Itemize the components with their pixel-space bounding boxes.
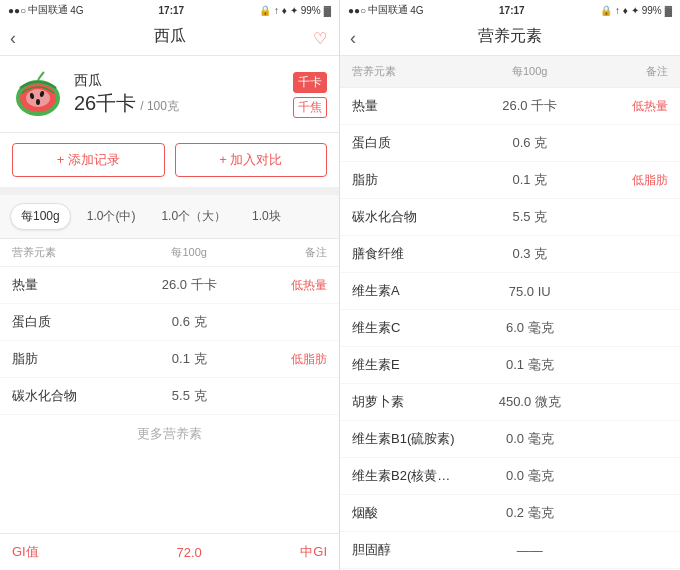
table-row: 热量 26.0 千卡 低热量: [0, 267, 339, 304]
serving-tab-1[interactable]: 1.0个(中): [77, 204, 146, 229]
nutrient-badge: 低热量: [589, 98, 668, 115]
serving-tab-0[interactable]: 每100g: [10, 203, 71, 230]
food-info: 西瓜 26千卡 / 100克: [74, 72, 283, 117]
nutrient-value: 0.1 克: [130, 350, 248, 368]
nutrient-name: 胆固醇: [352, 541, 471, 559]
battery-right: 99%: [642, 5, 662, 16]
carrier-left: 中国联通: [28, 3, 68, 17]
nutrient-value: 5.5 克: [130, 387, 248, 405]
unit-kcal[interactable]: 千卡: [293, 72, 327, 93]
nutrient-name: 脂肪: [352, 171, 471, 189]
add-record-button[interactable]: + 添加记录: [12, 143, 165, 177]
left-panel: ●●○ 中国联通 4G 17:17 🔒 ↑ ♦ ✦ 99% ▓ ‹ 西瓜 ♡: [0, 0, 340, 570]
dots-left: ●●○: [8, 5, 26, 16]
table-row: 维生素B1(硫胺素) 0.0 毫克: [340, 421, 680, 458]
nutrient-value: 450.0 微克: [471, 393, 590, 411]
nutrient-value: 26.0 千卡: [471, 97, 590, 115]
gi-label: GI值: [12, 543, 130, 561]
table-row: 胡萝卜素 450.0 微克: [340, 384, 680, 421]
table-header-left: 营养元素 每100g 备注: [0, 239, 339, 267]
table-row: 热量 26.0 千卡 低热量: [340, 88, 680, 125]
header-col3-right: 备注: [589, 64, 668, 79]
header-right: ‹ 营养元素: [340, 20, 680, 56]
table-row: 维生素C 6.0 毫克: [340, 310, 680, 347]
table-row: 膳食纤维 0.3 克: [340, 236, 680, 273]
page-title-right: 营养元素: [478, 27, 542, 44]
table-row: 烟酸 0.2 毫克: [340, 495, 680, 532]
nutrient-value: 0.6 克: [130, 313, 248, 331]
nutrient-name: 热量: [352, 97, 471, 115]
table-row: 碳水化合物 5.5 克: [0, 378, 339, 415]
header-col1-left: 营养元素: [12, 245, 130, 260]
table-row: 蛋白质 0.6 克: [340, 125, 680, 162]
nutrient-name: 碳水化合物: [12, 387, 130, 405]
favorite-button[interactable]: ♡: [313, 28, 327, 47]
nutrient-value: 75.0 IU: [471, 284, 590, 299]
food-card: 西瓜 26千卡 / 100克 千卡 千焦: [0, 56, 339, 133]
battery-area-right: 🔒 ↑ ♦ ✦ 99% ▓: [600, 5, 672, 16]
table-row: 维生素B2(核黄… 0.0 毫克: [340, 458, 680, 495]
network-right: 4G: [410, 5, 423, 16]
unit-kj[interactable]: 千焦: [293, 97, 327, 118]
nutrient-value: 6.0 毫克: [471, 319, 590, 337]
nutrient-value: 0.2 毫克: [471, 504, 590, 522]
nutrient-badge: 低脂肪: [248, 351, 327, 368]
nutrient-value: 0.1 毫克: [471, 356, 590, 374]
nutrient-value: 0.0 毫克: [471, 430, 590, 448]
battery-left: 99%: [301, 5, 321, 16]
nutrient-name: 热量: [12, 276, 130, 294]
battery-icon-left: ▓: [324, 5, 331, 16]
icons-right: 🔒 ↑ ♦ ✦: [600, 5, 638, 16]
table-row: 脂肪 0.1 克 低脂肪: [340, 162, 680, 199]
table-row: 维生素A 75.0 IU: [340, 273, 680, 310]
gi-row: GI值 72.0 中GI: [0, 533, 339, 570]
nutrient-name: 维生素B1(硫胺素): [352, 430, 471, 448]
nutrient-badge: 低脂肪: [589, 172, 668, 189]
nutrient-value: 0.0 毫克: [471, 467, 590, 485]
status-bar-right: ●●○ 中国联通 4G 17:17 🔒 ↑ ♦ ✦ 99% ▓: [340, 0, 680, 20]
nutrient-value: 0.6 克: [471, 134, 590, 152]
header-col2-left: 每100g: [130, 245, 248, 260]
status-bar-left: ●●○ 中国联通 4G 17:17 🔒 ↑ ♦ ✦ 99% ▓: [0, 0, 339, 20]
table-row: 维生素E 0.1 毫克: [340, 347, 680, 384]
header-left: ‹ 西瓜 ♡: [0, 20, 339, 56]
nutrient-badge: 低热量: [248, 277, 327, 294]
carrier-right: 中国联通: [368, 3, 408, 17]
nutrient-name: 胡萝卜素: [352, 393, 471, 411]
food-name: 西瓜: [74, 72, 283, 90]
table-row: 胆固醇 ——: [340, 532, 680, 569]
nutrient-name: 维生素A: [352, 282, 471, 300]
nutrient-name: 维生素B2(核黄…: [352, 467, 471, 485]
back-button-right[interactable]: ‹: [350, 27, 356, 48]
right-panel: ●●○ 中国联通 4G 17:17 🔒 ↑ ♦ ✦ 99% ▓ ‹ 营养元素 营…: [340, 0, 680, 570]
serving-tab-3[interactable]: 1.0块: [242, 204, 291, 229]
back-button-left[interactable]: ‹: [10, 27, 16, 48]
food-calories: 26千卡: [74, 90, 136, 117]
svg-point-5: [36, 99, 40, 105]
nutrient-name: 碳水化合物: [352, 208, 471, 226]
signal-left: ●●○ 中国联通 4G: [8, 3, 83, 17]
nutrient-name: 维生素E: [352, 356, 471, 374]
nutrient-value: 0.3 克: [471, 245, 590, 263]
time-right: 17:17: [499, 5, 525, 16]
nutrient-value: 0.1 克: [471, 171, 590, 189]
nutrient-name: 烟酸: [352, 504, 471, 522]
nutrient-name: 蛋白质: [12, 313, 130, 331]
nutrient-name: 维生素C: [352, 319, 471, 337]
dots-right: ●●○: [348, 5, 366, 16]
table-header-right: 营养元素 每100g 备注: [340, 56, 680, 88]
gi-badge: 中GI: [248, 543, 327, 561]
unit-toggles: 千卡 千焦: [293, 72, 327, 118]
serving-tabs: 每100g 1.0个(中) 1.0个（大） 1.0块: [0, 195, 339, 239]
nutrient-value: 26.0 千卡: [130, 276, 248, 294]
signal-right: ●●○ 中国联通 4G: [348, 3, 423, 17]
table-row: 碳水化合物 5.5 克: [340, 199, 680, 236]
compare-button[interactable]: + 加入对比: [175, 143, 328, 177]
nutrient-name: 蛋白质: [352, 134, 471, 152]
serving-tab-2[interactable]: 1.0个（大）: [151, 204, 236, 229]
nutrient-name: 膳食纤维: [352, 245, 471, 263]
more-nutrition-button[interactable]: 更多营养素: [0, 415, 339, 453]
nutrient-value: 5.5 克: [471, 208, 590, 226]
header-col2-right: 每100g: [471, 64, 590, 79]
battery-icon-right: ▓: [665, 5, 672, 16]
